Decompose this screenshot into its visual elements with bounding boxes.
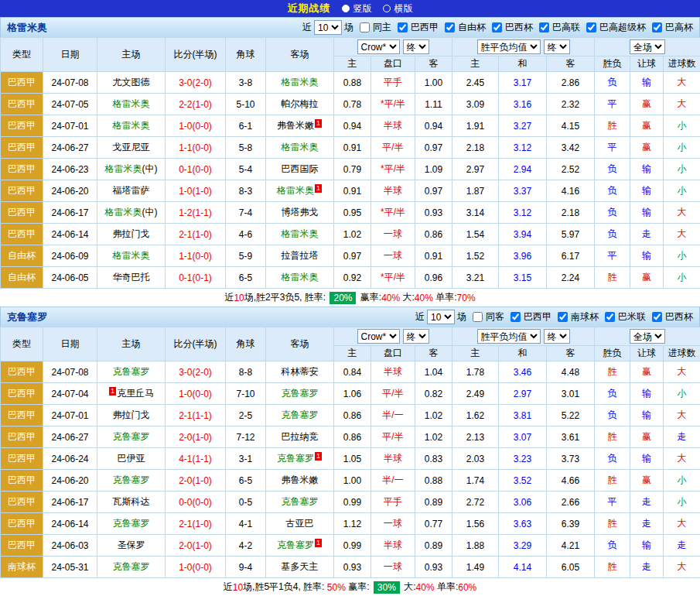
- team-name-text: 格雷米奥: [282, 272, 319, 283]
- cell-euro-away: 4.48: [547, 361, 595, 383]
- cell-asia-home: 0.79: [334, 159, 371, 180]
- team-name-text: 克鲁塞罗: [282, 496, 319, 507]
- cell-home-team: 克鲁塞罗: [97, 361, 166, 383]
- team-name-text: 格雷米奥: [105, 207, 142, 218]
- cell-home-team: 弗拉门戈: [97, 405, 166, 426]
- league-checkbox[interactable]: [586, 22, 596, 33]
- cell-euro-home: 1.56: [452, 513, 499, 535]
- cell-euro-home: 3.14: [452, 202, 499, 224]
- summary-segment: 近: [224, 291, 234, 304]
- league-checkbox[interactable]: [398, 22, 408, 33]
- cell-away-team: 克鲁塞罗: [266, 383, 334, 405]
- cell-league: 巴西甲: [1, 535, 43, 557]
- cell-date: 24-06-24: [43, 448, 97, 470]
- cell-home-team: 福塔雷萨: [97, 180, 166, 202]
- league-checkbox[interactable]: [558, 312, 568, 322]
- league-checkbox[interactable]: [652, 22, 662, 33]
- cell-result-wdl: 负: [595, 535, 630, 557]
- col-euro-away: 客: [547, 346, 595, 361]
- cell-league: 巴西甲: [1, 405, 43, 426]
- scope-select[interactable]: 全场: [630, 39, 665, 54]
- cell-euro-home: 2.13: [452, 426, 499, 448]
- col-wdl: 胜负: [595, 57, 630, 72]
- cell-asia-away: 0.91: [415, 245, 452, 267]
- cell-euro-draw: 3.27: [499, 115, 547, 137]
- cell-euro-home: 1.54: [452, 224, 499, 245]
- cell-euro-away: 2.32: [547, 94, 595, 115]
- match-row: 巴西甲24-07-08尤文图德3-0(2-0)3-8格雷米奥0.88平手1.00…: [1, 72, 700, 94]
- final-europe-select[interactable]: 终: [544, 329, 570, 344]
- final-asia-select[interactable]: 终: [403, 39, 429, 54]
- cell-away-team: 格雷米奥: [266, 267, 334, 289]
- bookmaker-select[interactable]: Crow*: [357, 329, 400, 344]
- cell-home-team: 戈亚尼亚: [97, 137, 166, 159]
- cell-league: 南球杯: [1, 557, 43, 578]
- bookmaker-select[interactable]: Crow*: [357, 39, 400, 54]
- cell-league: 巴西甲: [1, 72, 43, 94]
- same-venue-checkbox[interactable]: [473, 312, 483, 322]
- cell-euro-draw: 3.23: [499, 448, 547, 470]
- cell-asia-handicap: 半/一: [371, 470, 415, 492]
- league-checkbox[interactable]: [539, 22, 549, 33]
- col-date: 日期: [43, 38, 97, 72]
- final-europe-select[interactable]: 终: [544, 39, 570, 54]
- cell-date: 24-06-14: [43, 513, 97, 535]
- cell-result-goals: 小: [664, 492, 700, 513]
- cell-corners: 8-3: [226, 180, 266, 202]
- league-checkbox[interactable]: [652, 312, 662, 322]
- cell-asia-handicap: 一球: [371, 224, 415, 245]
- red-card-badge: 1: [315, 539, 322, 547]
- near-count-select[interactable]: 10: [314, 20, 342, 35]
- cell-score: 1-2(1-1): [166, 202, 226, 224]
- col-type: 类型: [1, 38, 43, 72]
- cell-league: 巴西甲: [1, 426, 43, 448]
- league-checkbox[interactable]: [445, 22, 455, 33]
- same-venue-checkbox[interactable]: [360, 22, 370, 33]
- cell-league: 巴西甲: [1, 137, 43, 159]
- cell-league: 巴西甲: [1, 180, 43, 202]
- cell-corners: 6-1: [226, 115, 266, 137]
- cell-date: 24-07-05: [43, 94, 97, 115]
- cell-away-team: 克鲁塞罗: [266, 405, 334, 426]
- cell-euro-draw: 3.16: [499, 94, 547, 115]
- page-title: 近期战绩: [288, 2, 331, 15]
- europe-mean-select[interactable]: 胜平负均值: [477, 329, 541, 344]
- league-checkbox[interactable]: [605, 312, 615, 322]
- europe-mean-select[interactable]: 胜平负均值: [477, 39, 541, 54]
- scope-select[interactable]: 全场: [630, 329, 665, 344]
- cell-away-team: 巴拉纳竞: [266, 426, 334, 448]
- cell-date: 24-06-17: [43, 202, 97, 224]
- cell-league: 巴西甲: [1, 202, 43, 224]
- near-count-select[interactable]: 10: [427, 310, 455, 324]
- cell-result-handicap: 输: [630, 202, 664, 224]
- final-asia-select[interactable]: 终: [403, 329, 429, 344]
- cell-asia-away: 0.96: [415, 267, 452, 289]
- layout-radio-horizontal[interactable]: 横版: [383, 2, 413, 15]
- team-name-text: 尤文图德: [113, 77, 150, 87]
- league-checkbox-label: 巴高杯: [665, 21, 693, 34]
- cell-result-goals: 小: [664, 267, 700, 289]
- league-checkbox[interactable]: [510, 312, 521, 322]
- cell-euro-draw: 3.46: [499, 361, 547, 383]
- section-header: 克鲁塞罗 近10场同客巴西甲南球杯巴米联巴西杯: [0, 307, 700, 327]
- summary-segment: 赢率:: [357, 291, 381, 304]
- cell-asia-away: 1.09: [415, 159, 452, 180]
- layout-radio-vertical[interactable]: 竖版: [342, 2, 372, 15]
- cell-result-goals: 大: [664, 72, 700, 94]
- league-checkbox-label: 巴西甲: [524, 310, 551, 324]
- cell-result-handicap: 赢: [630, 267, 664, 289]
- match-row: 巴西甲24-06-20福塔雷萨1-0(1-0)8-3格雷米奥10.91半球0.9…: [1, 180, 700, 202]
- cell-euro-home: 2.45: [452, 72, 499, 94]
- cell-home-team: 弗拉门戈: [97, 224, 166, 245]
- topbar: 近期战绩 竖版 横版: [0, 0, 700, 17]
- filters: 近10场同客巴西甲南球杯巴米联巴西杯: [415, 310, 693, 324]
- team-name-text: 古亚巴: [286, 518, 314, 529]
- cell-asia-handicap: 半球: [371, 115, 415, 137]
- league-checkbox[interactable]: [492, 22, 502, 33]
- cell-asia-home: 0.95: [334, 202, 371, 224]
- cell-asia-handicap: *平/半: [371, 94, 415, 115]
- cell-home-team: 格雷米奥: [97, 245, 166, 267]
- match-row: 巴西甲24-07-01弗拉门戈2-1(1-1)2-5克鲁塞罗0.86半/一1.0…: [1, 405, 700, 426]
- cell-corners: 7-10: [226, 383, 266, 405]
- cell-away-team: 格雷米奥1: [266, 180, 334, 202]
